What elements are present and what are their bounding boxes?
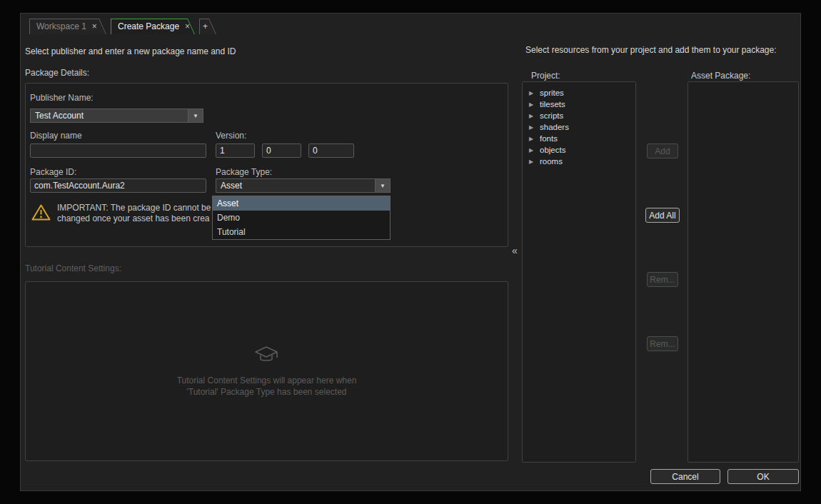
tree-item-label: rooms xyxy=(540,157,563,166)
chevron-right-icon[interactable]: ▶ xyxy=(529,90,535,96)
tree-item-label: fonts xyxy=(540,134,558,143)
warning-line-1: IMPORTANT: The package ID cannot be xyxy=(57,203,211,213)
tree-item-tilesets[interactable]: ▶ tilesets xyxy=(523,99,635,110)
tree-item-label: shaders xyxy=(540,123,569,131)
chevron-right-icon[interactable]: ▶ xyxy=(529,147,535,153)
publisher-name-value: Test Account xyxy=(30,109,188,123)
cancel-button[interactable]: Cancel xyxy=(650,469,720,484)
project-tree-panel: ▶ sprites ▶ tilesets ▶ scripts ▶ shaders… xyxy=(522,81,636,463)
version-label: Version: xyxy=(216,131,246,141)
chevron-right-icon[interactable]: ▶ xyxy=(529,124,535,131)
publisher-instruction: Select publisher and enter a new package… xyxy=(25,46,236,56)
remove-button[interactable]: Rem... xyxy=(647,272,678,287)
tab-label: Workspace 1 xyxy=(36,21,86,31)
publisher-name-select[interactable]: Test Account ▼ xyxy=(30,109,203,123)
chevron-down-icon[interactable]: ▼ xyxy=(188,109,203,123)
remove-all-button[interactable]: Rem... xyxy=(647,336,678,351)
package-details-label: Package Details: xyxy=(25,68,89,78)
project-label: Project: xyxy=(531,71,560,81)
tab-label: Create Package xyxy=(118,21,179,31)
chevron-right-icon[interactable]: ▶ xyxy=(529,113,535,119)
tutorial-content-panel: Tutorial Content Settings will appear he… xyxy=(25,281,508,461)
display-name-label: Display name xyxy=(30,131,82,141)
tree-item-sprites[interactable]: ▶ sprites xyxy=(523,87,635,99)
tab-workspace-1[interactable]: Workspace 1 × xyxy=(29,19,106,34)
warning-line-2: changed once your asset has been crea xyxy=(57,213,211,224)
package-id-label: Package ID: xyxy=(30,167,76,177)
create-package-window: Workspace 1 × Create Package × + Select … xyxy=(20,13,801,491)
package-details-panel: Publisher Name: Test Account ▼ Display n… xyxy=(25,83,508,247)
tree-item-label: tilesets xyxy=(540,100,565,109)
package-type-label: Package Type: xyxy=(216,167,272,177)
tab-bar: Workspace 1 × Create Package × + xyxy=(21,19,800,34)
version-patch-input[interactable] xyxy=(308,143,354,158)
package-type-dropdown-list: Asset Demo Tutorial xyxy=(212,196,391,240)
tree-item-shaders[interactable]: ▶ shaders xyxy=(523,121,635,133)
tree-item-objects[interactable]: ▶ objects xyxy=(523,144,635,156)
tab-create-package[interactable]: Create Package × xyxy=(111,19,195,34)
close-icon[interactable]: × xyxy=(185,21,190,31)
package-id-warning: IMPORTANT: The package ID cannot be chan… xyxy=(57,203,211,224)
package-id-input[interactable] xyxy=(30,178,206,193)
close-icon[interactable]: × xyxy=(92,21,97,31)
tutorial-placeholder: Tutorial Content Settings will appear he… xyxy=(177,345,357,398)
resources-instruction: Select resources from your project and a… xyxy=(525,45,777,55)
asset-package-label: Asset Package: xyxy=(691,71,750,81)
version-major-input[interactable] xyxy=(216,143,255,158)
chevron-right-icon[interactable]: ▶ xyxy=(529,158,535,165)
chevron-down-icon[interactable]: ▼ xyxy=(375,178,391,193)
tree-item-scripts[interactable]: ▶ scripts xyxy=(523,110,635,121)
chevron-right-icon[interactable]: ▶ xyxy=(529,136,535,142)
add-button[interactable]: Add xyxy=(647,143,678,158)
asset-package-panel xyxy=(687,81,799,463)
version-minor-input[interactable] xyxy=(262,143,301,158)
tutorial-content-settings-label: Tutorial Content Settings: xyxy=(25,263,121,273)
collapse-panel-button[interactable]: « xyxy=(512,245,518,256)
display-name-input[interactable] xyxy=(30,143,206,158)
publisher-name-label: Publisher Name: xyxy=(30,93,94,103)
graduation-cap-icon xyxy=(253,345,279,366)
dropdown-option-demo[interactable]: Demo xyxy=(213,211,390,225)
package-type-select[interactable]: Asset ▼ xyxy=(216,178,391,193)
tutorial-placeholder-line-2: 'Tutorial' Package Type has been selecte… xyxy=(177,386,357,398)
tree-item-label: sprites xyxy=(540,89,564,97)
add-all-button[interactable]: Add All xyxy=(645,208,680,223)
tree-item-label: scripts xyxy=(540,111,563,120)
ok-button[interactable]: OK xyxy=(727,469,799,484)
chevron-right-icon[interactable]: ▶ xyxy=(529,101,535,108)
plus-icon: + xyxy=(203,21,208,31)
package-type-value: Asset xyxy=(216,178,375,193)
tree-item-fonts[interactable]: ▶ fonts xyxy=(523,133,635,144)
dropdown-option-tutorial[interactable]: Tutorial xyxy=(213,225,390,239)
dropdown-option-asset[interactable]: Asset xyxy=(213,196,390,211)
tutorial-placeholder-line-1: Tutorial Content Settings will appear he… xyxy=(177,375,357,386)
new-tab-button[interactable]: + xyxy=(199,19,216,34)
warning-icon xyxy=(31,203,51,224)
tree-item-rooms[interactable]: ▶ rooms xyxy=(523,156,635,167)
tree-item-label: objects xyxy=(540,146,565,154)
